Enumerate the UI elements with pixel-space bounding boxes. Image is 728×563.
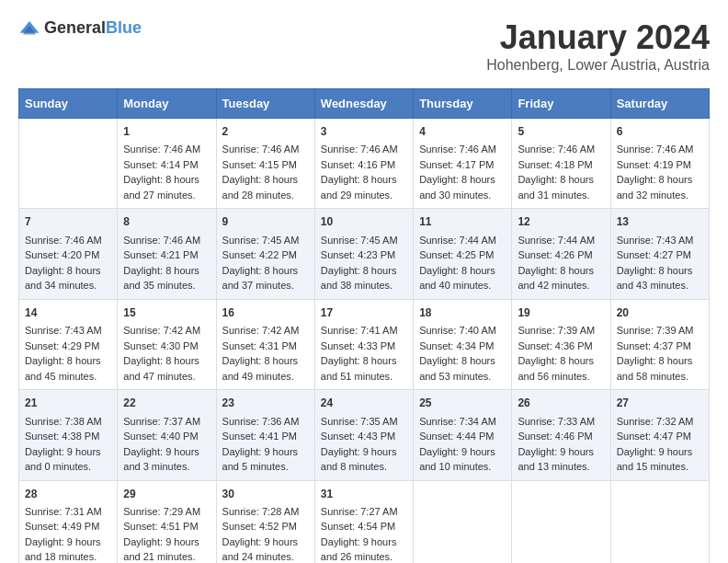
- day-number: 16: [222, 305, 309, 321]
- day-content: Sunrise: 7:45 AM Sunset: 4:22 PM Dayligh…: [222, 233, 309, 293]
- day-number: 25: [419, 396, 506, 411]
- day-number: 31: [321, 487, 407, 502]
- day-content: Sunrise: 7:46 AM Sunset: 4:15 PM Dayligh…: [222, 142, 309, 202]
- calendar-week-row: 28Sunrise: 7:31 AM Sunset: 4:49 PM Dayli…: [19, 480, 710, 563]
- header: GeneralBlue January 2024 Hohenberg, Lowe…: [18, 18, 710, 74]
- day-content: Sunrise: 7:46 AM Sunset: 4:18 PM Dayligh…: [518, 142, 604, 202]
- day-header-friday: Friday: [512, 89, 610, 119]
- calendar-cell: 5Sunrise: 7:46 AM Sunset: 4:18 PM Daylig…: [512, 119, 610, 209]
- day-number: 8: [123, 214, 210, 230]
- day-number: 13: [617, 214, 703, 230]
- calendar-cell: [610, 480, 709, 563]
- calendar-cell: 20Sunrise: 7:39 AM Sunset: 4:37 PM Dayli…: [610, 299, 709, 389]
- calendar-cell: 16Sunrise: 7:42 AM Sunset: 4:31 PM Dayli…: [216, 299, 314, 389]
- calendar-cell: 26Sunrise: 7:33 AM Sunset: 4:46 PM Dayli…: [512, 390, 610, 480]
- day-content: Sunrise: 7:46 AM Sunset: 4:14 PM Dayligh…: [123, 142, 210, 202]
- day-content: Sunrise: 7:38 AM Sunset: 4:38 PM Dayligh…: [25, 414, 111, 475]
- calendar-cell: 15Sunrise: 7:42 AM Sunset: 4:30 PM Dayli…: [118, 299, 216, 389]
- day-number: 14: [25, 305, 111, 321]
- day-number: 26: [518, 396, 604, 411]
- calendar-cell: 10Sunrise: 7:45 AM Sunset: 4:23 PM Dayli…: [314, 209, 413, 299]
- day-number: 4: [419, 124, 506, 140]
- calendar-cell: 3Sunrise: 7:46 AM Sunset: 4:16 PM Daylig…: [314, 119, 413, 209]
- day-content: Sunrise: 7:46 AM Sunset: 4:16 PM Dayligh…: [321, 142, 407, 202]
- day-content: Sunrise: 7:42 AM Sunset: 4:30 PM Dayligh…: [123, 323, 210, 384]
- day-number: 9: [222, 214, 309, 230]
- day-number: 12: [518, 214, 604, 230]
- day-number: 19: [518, 305, 604, 321]
- day-number: 3: [321, 124, 407, 140]
- day-content: Sunrise: 7:39 AM Sunset: 4:36 PM Dayligh…: [518, 323, 604, 384]
- day-number: 22: [123, 396, 210, 411]
- day-header-saturday: Saturday: [610, 89, 709, 119]
- day-content: Sunrise: 7:44 AM Sunset: 4:25 PM Dayligh…: [419, 233, 506, 293]
- day-content: Sunrise: 7:27 AM Sunset: 4:54 PM Dayligh…: [321, 504, 407, 563]
- calendar-week-row: 7Sunrise: 7:46 AM Sunset: 4:20 PM Daylig…: [19, 209, 710, 299]
- day-number: 18: [419, 305, 506, 321]
- day-number: 21: [25, 396, 111, 411]
- calendar-cell: 22Sunrise: 7:37 AM Sunset: 4:40 PM Dayli…: [118, 390, 216, 480]
- calendar-cell: 17Sunrise: 7:41 AM Sunset: 4:33 PM Dayli…: [314, 299, 413, 389]
- calendar-week-row: 14Sunrise: 7:43 AM Sunset: 4:29 PM Dayli…: [19, 299, 710, 389]
- day-content: Sunrise: 7:29 AM Sunset: 4:51 PM Dayligh…: [123, 504, 210, 563]
- calendar-cell: 4Sunrise: 7:46 AM Sunset: 4:17 PM Daylig…: [414, 119, 512, 209]
- day-number: 20: [617, 305, 703, 321]
- calendar-cell: 2Sunrise: 7:46 AM Sunset: 4:15 PM Daylig…: [216, 119, 314, 209]
- calendar-cell: 27Sunrise: 7:32 AM Sunset: 4:47 PM Dayli…: [610, 390, 709, 480]
- day-header-tuesday: Tuesday: [216, 89, 314, 119]
- day-header-wednesday: Wednesday: [314, 89, 413, 119]
- day-number: 6: [617, 124, 703, 140]
- page-title: January 2024: [486, 18, 710, 57]
- day-number: 10: [321, 214, 407, 230]
- calendar-week-row: 21Sunrise: 7:38 AM Sunset: 4:38 PM Dayli…: [19, 390, 710, 480]
- calendar-cell: 13Sunrise: 7:43 AM Sunset: 4:27 PM Dayli…: [610, 209, 709, 299]
- calendar-cell: [19, 119, 118, 209]
- day-content: Sunrise: 7:40 AM Sunset: 4:34 PM Dayligh…: [419, 323, 506, 384]
- day-content: Sunrise: 7:36 AM Sunset: 4:41 PM Dayligh…: [222, 414, 309, 475]
- day-content: Sunrise: 7:33 AM Sunset: 4:46 PM Dayligh…: [518, 414, 604, 475]
- calendar-cell: 19Sunrise: 7:39 AM Sunset: 4:36 PM Dayli…: [512, 299, 610, 389]
- day-content: Sunrise: 7:43 AM Sunset: 4:27 PM Dayligh…: [617, 233, 703, 293]
- calendar-cell: 18Sunrise: 7:40 AM Sunset: 4:34 PM Dayli…: [414, 299, 512, 389]
- calendar-cell: 9Sunrise: 7:45 AM Sunset: 4:22 PM Daylig…: [216, 209, 314, 299]
- day-header-thursday: Thursday: [414, 89, 512, 119]
- day-number: 15: [123, 305, 210, 321]
- calendar-table: SundayMondayTuesdayWednesdayThursdayFrid…: [18, 88, 710, 563]
- calendar-cell: 14Sunrise: 7:43 AM Sunset: 4:29 PM Dayli…: [19, 299, 118, 389]
- day-number: 7: [25, 214, 111, 230]
- calendar-cell: 11Sunrise: 7:44 AM Sunset: 4:25 PM Dayli…: [414, 209, 512, 299]
- calendar-cell: 24Sunrise: 7:35 AM Sunset: 4:43 PM Dayli…: [314, 390, 413, 480]
- day-content: Sunrise: 7:45 AM Sunset: 4:23 PM Dayligh…: [321, 233, 407, 293]
- day-number: 1: [123, 124, 210, 140]
- day-number: 29: [123, 487, 210, 502]
- calendar-cell: 31Sunrise: 7:27 AM Sunset: 4:54 PM Dayli…: [314, 480, 413, 563]
- day-content: Sunrise: 7:44 AM Sunset: 4:26 PM Dayligh…: [518, 233, 604, 293]
- calendar-cell: 28Sunrise: 7:31 AM Sunset: 4:49 PM Dayli…: [19, 480, 118, 563]
- day-header-monday: Monday: [118, 89, 216, 119]
- logo-blue: Blue: [106, 18, 142, 37]
- day-number: 27: [617, 396, 703, 411]
- calendar-cell: 21Sunrise: 7:38 AM Sunset: 4:38 PM Dayli…: [19, 390, 118, 480]
- day-content: Sunrise: 7:34 AM Sunset: 4:44 PM Dayligh…: [419, 414, 506, 475]
- page-subtitle: Hohenberg, Lower Austria, Austria: [486, 57, 710, 74]
- day-content: Sunrise: 7:31 AM Sunset: 4:49 PM Dayligh…: [25, 504, 111, 563]
- day-content: Sunrise: 7:39 AM Sunset: 4:37 PM Dayligh…: [617, 323, 703, 384]
- day-number: 5: [518, 124, 604, 140]
- day-content: Sunrise: 7:41 AM Sunset: 4:33 PM Dayligh…: [321, 323, 407, 384]
- calendar-cell: 30Sunrise: 7:28 AM Sunset: 4:52 PM Dayli…: [216, 480, 314, 563]
- day-header-sunday: Sunday: [19, 89, 118, 119]
- day-number: 17: [321, 305, 407, 321]
- calendar-header-row: SundayMondayTuesdayWednesdayThursdayFrid…: [19, 89, 710, 119]
- day-content: Sunrise: 7:46 AM Sunset: 4:19 PM Dayligh…: [617, 142, 703, 202]
- day-number: 30: [222, 487, 309, 502]
- day-content: Sunrise: 7:46 AM Sunset: 4:17 PM Dayligh…: [419, 142, 506, 202]
- calendar-cell: 6Sunrise: 7:46 AM Sunset: 4:19 PM Daylig…: [610, 119, 709, 209]
- day-content: Sunrise: 7:28 AM Sunset: 4:52 PM Dayligh…: [222, 504, 309, 563]
- day-number: 23: [222, 396, 309, 411]
- day-content: Sunrise: 7:37 AM Sunset: 4:40 PM Dayligh…: [123, 414, 210, 475]
- day-content: Sunrise: 7:35 AM Sunset: 4:43 PM Dayligh…: [321, 414, 407, 475]
- day-number: 11: [419, 214, 506, 230]
- day-content: Sunrise: 7:46 AM Sunset: 4:20 PM Dayligh…: [25, 233, 111, 293]
- calendar-cell: 29Sunrise: 7:29 AM Sunset: 4:51 PM Dayli…: [118, 480, 216, 563]
- calendar-cell: 1Sunrise: 7:46 AM Sunset: 4:14 PM Daylig…: [118, 119, 216, 209]
